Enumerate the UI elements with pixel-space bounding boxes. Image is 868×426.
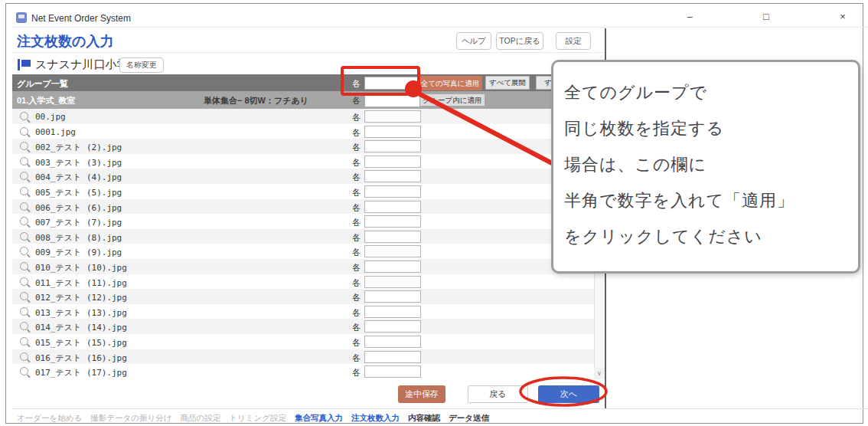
- bottom-nav: オーダーを始める撮影データの振り分け商品の設定トリミング設定集合写真入力注文枚数…: [17, 413, 859, 424]
- file-row[interactable]: 016_テスト (16).jpg 各: [12, 349, 594, 365]
- file-name: 004_テスト (4).jpg: [35, 172, 122, 183]
- nav-item[interactable]: 内容確認: [408, 413, 440, 424]
- file-name: 002_テスト (2).jpg: [35, 142, 122, 153]
- help-button[interactable]: ヘルプ: [456, 32, 491, 50]
- magnifier-icon[interactable]: [20, 262, 28, 270]
- magnifier-icon[interactable]: [20, 157, 28, 165]
- magnifier-icon[interactable]: [20, 187, 28, 195]
- file-row[interactable]: 003_テスト (3).jpg 各: [12, 154, 594, 169]
- quantity-input[interactable]: [364, 276, 421, 288]
- quantity-input[interactable]: [364, 140, 421, 152]
- quantity-input[interactable]: [364, 185, 421, 198]
- magnifier-icon[interactable]: [20, 112, 28, 120]
- file-row[interactable]: 007_テスト (7).jpg 各: [12, 214, 594, 229]
- each-label: 各: [352, 202, 361, 214]
- file-row[interactable]: 013_テスト (13).jpg 各: [12, 304, 594, 320]
- group-name: 01.入学式_教室: [17, 95, 75, 106]
- callout-line: をクリックしてください: [564, 218, 846, 254]
- file-row[interactable]: 015_テスト (15).jpg 各: [12, 334, 594, 349]
- quantity-input[interactable]: [364, 110, 421, 123]
- quantity-input[interactable]: [364, 306, 421, 318]
- magnifier-icon[interactable]: [20, 307, 28, 316]
- quantity-input[interactable]: [364, 365, 421, 378]
- expand-all-label: すべて展開: [489, 78, 526, 87]
- file-row[interactable]: 0001.jpg 各: [12, 124, 594, 139]
- magnifier-icon[interactable]: [20, 367, 28, 375]
- group-quantity-input[interactable]: [364, 94, 421, 107]
- apply-to-all-photos-button[interactable]: 全ての写真に適用: [418, 76, 482, 90]
- magnifier-icon[interactable]: [20, 352, 28, 361]
- file-name: 007_テスト (7).jpg: [35, 217, 122, 228]
- back-to-top-button[interactable]: TOPに戻る: [496, 32, 543, 50]
- magnifier-icon[interactable]: [20, 277, 28, 286]
- file-name: 009_テスト (9).jpg: [35, 247, 122, 258]
- callout-line: 全てのグループで: [564, 74, 846, 110]
- magnifier-icon[interactable]: [20, 142, 28, 150]
- file-name: 00.jpg: [35, 112, 66, 122]
- file-row[interactable]: 014_テスト (14).jpg 各: [12, 319, 594, 334]
- close-button[interactable]: ×: [831, 9, 854, 24]
- nav-item: 撮影データの振り分け: [90, 413, 171, 424]
- each-label: 各: [352, 337, 361, 349]
- file-row[interactable]: 009_テスト (9).jpg 各: [12, 244, 594, 259]
- page-title: 注文枚数の入力: [17, 32, 113, 51]
- nav-item[interactable]: データ送信: [449, 413, 489, 424]
- file-row[interactable]: 008_テスト (8).jpg 各: [12, 229, 594, 244]
- quantity-input[interactable]: [364, 201, 421, 213]
- magnifier-icon[interactable]: [20, 322, 28, 330]
- file-name: 010_テスト (10).jpg: [35, 262, 127, 274]
- apply-to-group-button[interactable]: グループ内に適用: [419, 93, 485, 106]
- quantity-input[interactable]: [364, 245, 421, 257]
- quantity-input[interactable]: [364, 170, 421, 182]
- each-label: 各: [352, 277, 361, 289]
- file-row[interactable]: 011_テスト (11).jpg 各: [12, 274, 594, 290]
- each-label: 各: [352, 187, 361, 198]
- settings-button[interactable]: 設定: [556, 32, 591, 50]
- file-row[interactable]: 002_テスト (2).jpg 各: [12, 139, 594, 154]
- maximize-button[interactable]: □: [755, 9, 778, 24]
- magnifier-icon[interactable]: [20, 232, 28, 241]
- quantity-input[interactable]: [364, 261, 421, 273]
- window-title: Net Event Order System: [31, 13, 131, 24]
- file-row[interactable]: 005_テスト (5).jpg 各: [12, 184, 594, 199]
- minimize-button[interactable]: –: [678, 9, 701, 24]
- quantity-input[interactable]: [364, 215, 421, 228]
- file-row[interactable]: 017_テスト (17).jpg 各: [12, 364, 594, 379]
- file-name: 011_テスト (11).jpg: [35, 277, 127, 289]
- back-button[interactable]: 戻る: [468, 385, 528, 403]
- quantity-input[interactable]: [364, 156, 421, 168]
- quantity-input[interactable]: [364, 231, 421, 243]
- quantity-input[interactable]: [364, 290, 421, 303]
- magnifier-icon[interactable]: [20, 247, 28, 255]
- quantity-input[interactable]: [364, 320, 421, 333]
- save-progress-button[interactable]: 途中保存: [398, 385, 445, 403]
- each-label: 各: [352, 247, 361, 258]
- scrollbar-down-arrow[interactable]: ∨: [594, 368, 605, 379]
- nav-item[interactable]: 集合写真入力: [295, 413, 343, 424]
- group-row[interactable]: [12, 91, 605, 109]
- bulk-quantity-input[interactable]: [364, 77, 421, 90]
- magnifier-icon[interactable]: [20, 292, 28, 300]
- callout-line: 同じ枚数を指定する: [564, 110, 846, 146]
- each-label: 各: [352, 142, 361, 153]
- each-label: 各: [352, 157, 361, 169]
- magnifier-icon[interactable]: [20, 202, 28, 211]
- quantity-input[interactable]: [364, 336, 421, 348]
- callout-line: 半角で数字を入れて「適用」: [564, 182, 846, 218]
- file-row[interactable]: 00.jpg 各: [12, 109, 594, 124]
- magnifier-icon[interactable]: [20, 127, 28, 136]
- rename-button[interactable]: 名称変更: [119, 57, 164, 73]
- each-label: 各: [352, 262, 361, 274]
- magnifier-icon[interactable]: [20, 172, 28, 180]
- expand-all-button[interactable]: すべて展開∨: [485, 76, 530, 90]
- nav-item[interactable]: 注文枚数入力: [351, 413, 400, 424]
- magnifier-icon[interactable]: [20, 337, 28, 346]
- file-row[interactable]: 010_テスト (10).jpg 各: [12, 259, 594, 274]
- next-button[interactable]: 次へ: [538, 385, 599, 403]
- file-row[interactable]: 006_テスト (6).jpg 各: [12, 199, 594, 215]
- quantity-input[interactable]: [364, 126, 421, 138]
- magnifier-icon[interactable]: [20, 217, 28, 225]
- quantity-input[interactable]: [364, 351, 421, 363]
- file-row[interactable]: 004_テスト (4).jpg 各: [12, 169, 594, 184]
- file-row[interactable]: 012_テスト (12).jpg 各: [12, 289, 594, 304]
